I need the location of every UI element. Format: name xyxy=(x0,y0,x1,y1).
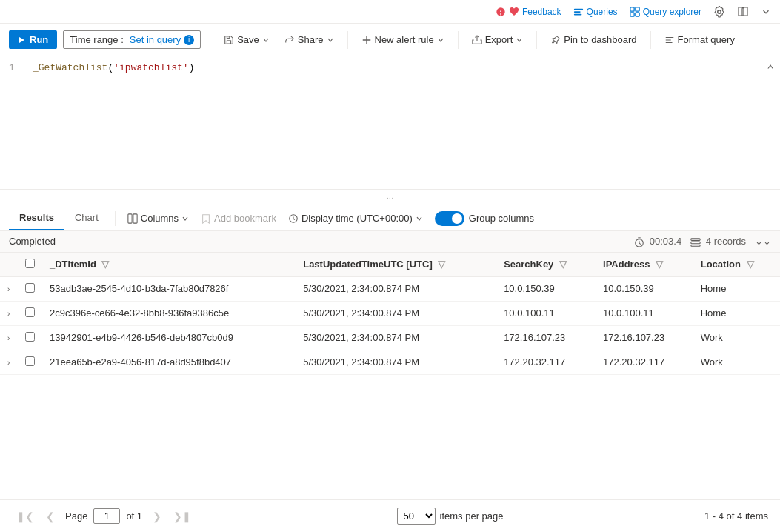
ip-address-cell: 10.0.100.11 xyxy=(596,301,693,325)
row-checkbox[interactable] xyxy=(25,307,35,317)
display-time-button[interactable]: Display time (UTC+00:00) xyxy=(282,210,429,227)
page-navigation: ❚❮ ❮ Page of 1 ❯ ❯❚ xyxy=(12,508,196,524)
checkbox-col-header xyxy=(18,253,42,277)
checkbox-cell xyxy=(18,325,42,350)
book-btn[interactable] xyxy=(737,6,749,18)
records-icon xyxy=(690,237,701,247)
queries-btn[interactable]: Queries xyxy=(573,7,618,17)
row-checkbox[interactable] xyxy=(25,356,35,366)
table-row: › 13942901-e4b9-4426-b546-deb4807cb0d9 5… xyxy=(0,325,780,350)
alert-chevron-icon xyxy=(437,36,444,44)
run-button[interactable]: Run xyxy=(9,30,57,49)
display-time-label: Display time (UTC+00:00) xyxy=(301,213,413,224)
query-explorer-icon xyxy=(630,7,640,17)
header-row: _DTItemId ▽ LastUpdatedTimeUTC [UTC] ▽ S… xyxy=(0,253,780,277)
group-columns-toggle-switch[interactable] xyxy=(435,211,464,226)
time-range-button[interactable]: Time range : Set in query i xyxy=(63,30,201,49)
row-expand-btn[interactable]: › xyxy=(7,359,10,367)
dt-item-id-col-header: _DTItemId ▽ xyxy=(42,253,296,277)
last-updated-cell: 5/30/2021, 2:34:00.874 PM xyxy=(296,350,496,374)
next-page-button[interactable]: ❯ xyxy=(148,509,166,524)
dt-item-id-filter-icon[interactable]: ▽ xyxy=(101,259,109,270)
dt-item-id-cell: 2c9c396e-ce66-4e32-8bb8-936fa9386c5e xyxy=(42,301,296,325)
status-time-value: 00:03.4 xyxy=(650,236,681,247)
code-function: _GetWatchlist xyxy=(33,62,107,73)
add-bookmark-button[interactable]: Add bookmark xyxy=(195,210,282,227)
clock-icon xyxy=(288,213,299,224)
svg-rect-9 xyxy=(227,36,230,38)
feedback-icon xyxy=(496,7,506,17)
row-expand-btn[interactable]: › xyxy=(7,285,10,293)
save-icon xyxy=(224,35,234,45)
items-per-page: 10 25 50 100 200 items per page xyxy=(397,508,504,525)
feedback-label: Feedback xyxy=(522,7,561,17)
of-label: of 1 xyxy=(126,511,142,522)
time-range-value: Set in query xyxy=(130,34,181,45)
row-checkbox[interactable] xyxy=(25,283,35,293)
feedback-btn[interactable]: Feedback xyxy=(496,7,561,17)
svg-rect-15 xyxy=(691,242,700,244)
row-expand-btn[interactable]: › xyxy=(7,334,10,342)
location-filter-icon[interactable]: ▽ xyxy=(747,259,754,270)
export-button[interactable]: Export xyxy=(467,31,528,48)
ip-address-cell: 10.0.150.39 xyxy=(596,276,693,301)
expand-cell: › xyxy=(0,325,18,350)
table-row: › 21eea65b-e2a9-4056-817d-a8d95f8bd407 5… xyxy=(0,350,780,374)
status-records-value: 4 records xyxy=(706,236,746,247)
format-icon xyxy=(664,35,675,45)
tab-divider xyxy=(115,211,116,226)
expand-col-header xyxy=(0,253,18,277)
status-records: 4 records xyxy=(690,236,746,247)
last-updated-filter-icon[interactable]: ▽ xyxy=(438,259,445,270)
columns-label: Columns xyxy=(141,213,179,224)
results-table: _DTItemId ▽ LastUpdatedTimeUTC [UTC] ▽ S… xyxy=(0,253,780,375)
time-range-label: Time range : xyxy=(70,34,124,45)
table-header: _DTItemId ▽ LastUpdatedTimeUTC [UTC] ▽ S… xyxy=(0,253,780,277)
code-paren-close: ) xyxy=(189,62,195,73)
divider-3 xyxy=(458,31,459,49)
tab-results[interactable]: Results xyxy=(9,206,64,230)
last-page-button[interactable]: ❯❚ xyxy=(169,509,196,524)
export-label: Export xyxy=(485,34,513,45)
last-updated-cell: 5/30/2021, 2:34:00.874 PM xyxy=(296,325,496,350)
pin-to-dashboard-label: Pin to dashboard xyxy=(564,34,636,45)
tab-chart[interactable]: Chart xyxy=(64,206,109,230)
svg-rect-11 xyxy=(133,213,137,222)
settings-btn[interactable] xyxy=(713,6,725,18)
location-cell: Work xyxy=(693,325,780,350)
svg-rect-1 xyxy=(573,11,580,13)
status-expand-icon[interactable]: ⌄⌄ xyxy=(755,236,771,247)
group-columns-label: Group columns xyxy=(469,213,534,224)
share-button[interactable]: Share xyxy=(280,31,339,48)
save-label: Save xyxy=(237,34,259,45)
queries-icon xyxy=(573,7,584,17)
select-all-checkbox[interactable] xyxy=(25,259,35,268)
save-button[interactable]: Save xyxy=(219,31,274,48)
svg-rect-5 xyxy=(630,12,634,16)
row-expand-btn[interactable]: › xyxy=(7,310,10,318)
query-explorer-btn[interactable]: Query explorer xyxy=(630,7,701,17)
more-btn[interactable] xyxy=(761,7,771,17)
ip-address-filter-icon[interactable]: ▽ xyxy=(656,259,663,270)
editor-area[interactable]: 1 _GetWatchlist('ipwatchlist') ⌃ xyxy=(0,56,780,190)
columns-chevron-icon xyxy=(181,215,189,222)
format-query-button[interactable]: Format query xyxy=(660,31,739,48)
run-label: Run xyxy=(30,34,48,45)
columns-button[interactable]: Columns xyxy=(121,210,195,227)
row-checkbox[interactable] xyxy=(25,332,35,342)
search-key-filter-icon[interactable]: ▽ xyxy=(559,259,567,270)
query-explorer-label: Query explorer xyxy=(643,7,701,17)
new-alert-rule-button[interactable]: New alert rule xyxy=(357,31,449,48)
pin-to-dashboard-button[interactable]: Pin to dashboard xyxy=(546,31,641,48)
page-input[interactable] xyxy=(93,508,120,524)
code-content: _GetWatchlist('ipwatchlist') xyxy=(33,62,194,73)
items-per-page-select[interactable]: 10 25 50 100 200 xyxy=(397,508,436,525)
first-page-button[interactable]: ❚❮ xyxy=(12,509,39,524)
collapse-button[interactable]: ⌃ xyxy=(767,62,774,77)
prev-page-button[interactable]: ❮ xyxy=(41,509,59,524)
divider-5 xyxy=(650,31,651,49)
search-key-label: SearchKey xyxy=(504,259,553,270)
share-icon xyxy=(284,35,295,45)
bookmark-icon xyxy=(201,213,211,224)
last-updated-cell: 5/30/2021, 2:34:00.874 PM xyxy=(296,276,496,301)
